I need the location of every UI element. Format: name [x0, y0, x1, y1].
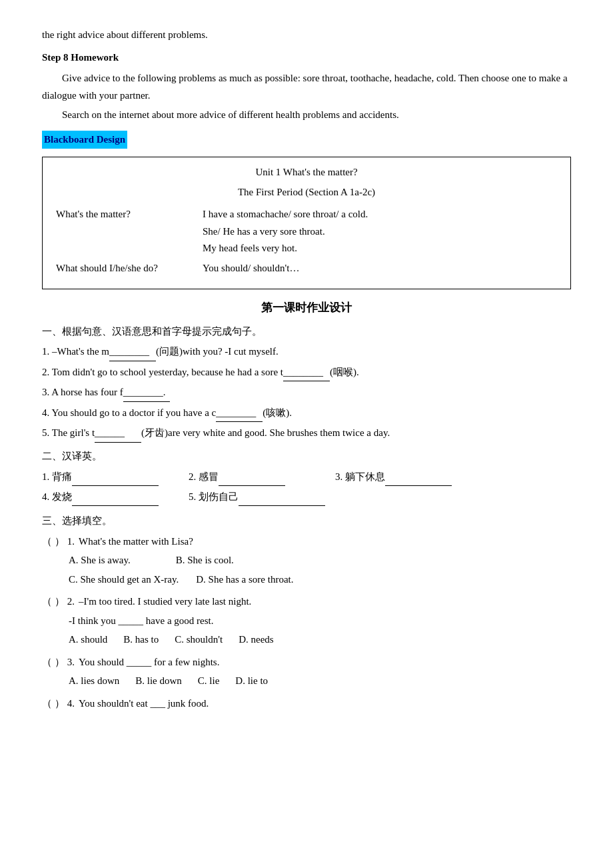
c4-text: You shouldn't eat ___ junk food. [79, 695, 209, 713]
c2-optC: C. shouldn't [175, 631, 223, 649]
trans-item4: 4. 发烧 [42, 489, 175, 507]
bb-title2: The First Period (Section A 1a-2c) [56, 184, 557, 201]
step8-paragraph1: Give advice to the following problems as… [42, 70, 571, 104]
question1: 1. –What's the m________(问题)with you? -I… [42, 343, 571, 361]
c1-optD: D. She has a sore throat. [196, 571, 293, 589]
c2-bracket: （ ） [42, 593, 65, 611]
bb-q2-left: What should I/he/she do? [56, 260, 203, 277]
c1-optA: A. She is away. [69, 552, 131, 569]
trans-item2: 2. 感冒 [189, 468, 322, 486]
c1-bracket: （ ） [42, 533, 65, 551]
top-line: the right advice about different problem… [42, 27, 571, 44]
blackboard-section: Unit 1 What's the matter? The First Peri… [42, 157, 571, 289]
choice1-row: （ ） 1. What's the matter with Lisa? [42, 533, 571, 551]
c3-optA: A. lies down [69, 673, 119, 690]
choice2-row: （ ） 2. –I'm too tired. I studied very la… [42, 593, 571, 611]
bb-q1-right: I have a stomachache/ sore throat/ a col… [203, 206, 557, 257]
c1-text: What's the matter with Lisa? [79, 533, 193, 551]
step8-paragraph2: Search on the internet about more advice… [42, 107, 571, 124]
c3-num: 3. [67, 654, 75, 671]
c2-subtext: -I think you _____ have a good rest. [69, 613, 571, 630]
bb-q1-left: What's the matter? [56, 206, 203, 257]
bb-qa2: What should I/he/she do? You should/ sho… [56, 260, 557, 277]
c3-bracket: （ ） [42, 654, 65, 671]
c4-num: 4. [67, 695, 75, 713]
c1-optB: B. She is cool. [176, 552, 234, 569]
c3-options-row: A. lies down B. lie down C. lie D. lie t… [69, 673, 571, 690]
section1-label: 一、根据句意、汉语意思和首字母提示完成句子。 [42, 323, 571, 341]
translation-row1: 1. 背痛 2. 感冒 3. 躺下休息 [42, 468, 571, 486]
section2-label: 二、汉译英。 [42, 448, 571, 465]
c1-options-row1: A. She is away. B. She is cool. [69, 552, 571, 569]
c2-optB: B. has to [123, 631, 159, 649]
c2-num: 2. [67, 593, 75, 611]
bb-qa1: What's the matter? I have a stomachache/… [56, 206, 557, 257]
step8-heading: Step 8 Homework [42, 49, 571, 67]
c2-optA: A. should [69, 631, 107, 649]
question2: 2. Tom didn't go to school yesterday, be… [42, 364, 571, 382]
question3: 3. A horse has four f________. [42, 384, 571, 402]
c3-optB: B. lie down [135, 673, 182, 690]
choice3-row: （ ） 3. You should _____ for a few nights… [42, 654, 571, 671]
c2-optD: D. needs [239, 631, 274, 649]
c2-options-row: A. should B. has to C. shouldn't D. need… [69, 631, 571, 649]
choice4-row: （ ） 4. You shouldn't eat ___ junk food. [42, 695, 571, 713]
trans-item3: 3. 躺下休息 [335, 468, 468, 486]
c3-optC: C. lie [198, 673, 220, 690]
trans-item1: 1. 背痛 [42, 468, 175, 486]
c2-text: –I'm too tired. I studied very late last… [79, 593, 251, 611]
section3-label: 三、选择填空。 [42, 513, 571, 530]
bb-q2-right: You should/ shouldn't… [203, 260, 557, 277]
c1-optC: C. She should get an X-ray. [69, 571, 179, 589]
c3-text: You should _____ for a few nights. [79, 654, 219, 671]
c1-options-row2: C. She should get an X-ray. D. She has a… [69, 571, 571, 589]
c4-bracket: （ ） [42, 695, 65, 713]
question5: 5. The girl's t______(牙齿)are very white … [42, 425, 571, 443]
trans-item5: 5. 划伤自己 [189, 489, 325, 507]
homework-title: 第一课时作业设计 [42, 299, 571, 318]
bb-title1: Unit 1 What's the matter? [56, 164, 557, 181]
c1-num: 1. [67, 533, 75, 551]
question4: 4. You should go to a doctor if you have… [42, 405, 571, 423]
c3-optD: D. lie to [235, 673, 268, 690]
translation-row2: 4. 发烧 5. 划伤自己 [42, 489, 571, 507]
blackboard-label: Blackboard Design [42, 131, 127, 149]
